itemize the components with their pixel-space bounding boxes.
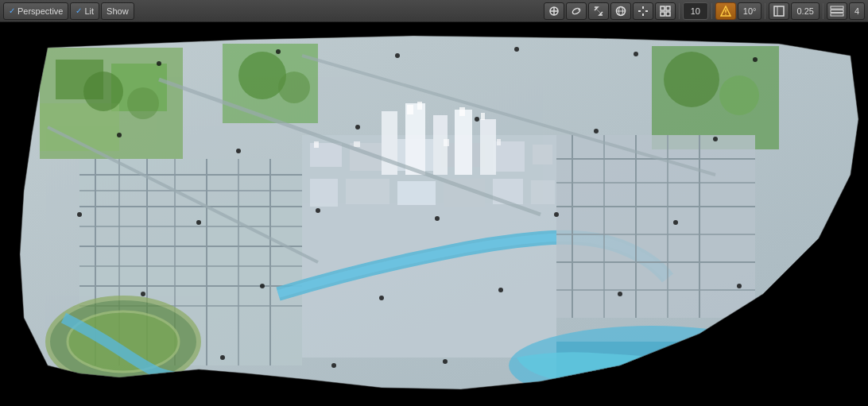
svg-rect-95: [314, 141, 319, 148]
svg-rect-125: [831, 10, 843, 12]
angle-field[interactable]: 10°: [738, 2, 762, 20]
last-value: 4: [854, 6, 859, 16]
svg-point-76: [77, 212, 82, 217]
last-value-field[interactable]: 4: [849, 2, 865, 20]
svg-rect-38: [346, 179, 389, 204]
orbit-tool-button[interactable]: [566, 2, 587, 20]
svg-point-106: [572, 6, 581, 14]
svg-rect-37: [310, 179, 338, 207]
warning-button[interactable]: [715, 2, 736, 20]
maximize-button[interactable]: [769, 2, 789, 20]
viewport: ✓ Perspective ✓ Lit Show: [0, 0, 868, 406]
svg-point-67: [514, 47, 519, 52]
maximize-icon: [773, 6, 785, 17]
pan-icon: [637, 6, 649, 17]
svg-point-86: [618, 292, 622, 296]
svg-point-81: [673, 220, 678, 225]
svg-rect-116: [666, 6, 670, 10]
svg-point-12: [664, 52, 719, 107]
toolbar-separator-3: [765, 3, 765, 19]
num-field-input[interactable]: [683, 2, 708, 20]
svg-point-68: [634, 52, 638, 56]
svg-point-78: [316, 208, 320, 213]
svg-point-80: [554, 212, 559, 217]
svg-point-74: [594, 129, 599, 133]
globe-tool-button[interactable]: [610, 2, 631, 20]
toolbar-separator-1: [679, 3, 680, 19]
svg-point-79: [435, 216, 440, 221]
opacity-field[interactable]: 0.25: [791, 2, 819, 20]
grid-icon: [660, 6, 671, 17]
lit-label: Lit: [84, 6, 94, 16]
svg-rect-98: [497, 139, 501, 145]
svg-rect-96: [354, 141, 360, 147]
svg-point-84: [379, 296, 384, 300]
svg-rect-117: [661, 12, 665, 16]
svg-point-72: [355, 125, 360, 130]
svg-point-82: [141, 292, 145, 296]
svg-point-71: [236, 149, 241, 153]
lit-button[interactable]: ✓ Lit: [70, 2, 99, 20]
svg-point-89: [331, 363, 336, 368]
show-label: Show: [107, 6, 129, 16]
perspective-check-icon: ✓: [9, 6, 15, 15]
svg-rect-43: [382, 111, 397, 175]
svg-rect-39: [397, 181, 436, 205]
orbit-icon: [571, 6, 582, 17]
svg-point-73: [475, 117, 479, 122]
svg-point-70: [117, 133, 122, 137]
svg-point-85: [498, 288, 503, 292]
pan-tool-button[interactable]: [633, 2, 653, 20]
svg-rect-47: [480, 119, 496, 175]
svg-rect-97: [444, 139, 449, 146]
svg-point-7: [127, 87, 159, 119]
svg-point-75: [713, 137, 718, 141]
warning-icon: [720, 6, 731, 17]
grid-tool-button[interactable]: [655, 2, 676, 20]
zoom-tool-button[interactable]: [588, 2, 609, 20]
svg-point-10: [278, 72, 310, 103]
svg-rect-46: [455, 110, 472, 175]
svg-rect-91: [407, 105, 413, 114]
svg-point-66: [395, 53, 400, 58]
svg-rect-115: [661, 6, 665, 10]
svg-rect-49: [556, 342, 779, 405]
svg-point-88: [220, 355, 225, 360]
svg-rect-42: [531, 180, 555, 204]
svg-point-77: [196, 220, 201, 225]
move-tool-button[interactable]: [544, 2, 564, 20]
svg-point-63: [68, 311, 179, 372]
svg-point-6: [83, 72, 123, 111]
move-icon: [548, 6, 560, 17]
svg-point-69: [753, 57, 758, 62]
opacity-value: 0.25: [796, 6, 813, 16]
svg-rect-118: [666, 12, 670, 16]
svg-point-13: [719, 75, 759, 115]
perspective-button[interactable]: ✓ Perspective: [3, 2, 68, 20]
show-button[interactable]: Show: [101, 2, 134, 20]
toolbar-separator-4: [823, 3, 823, 19]
perspective-label: Perspective: [17, 6, 63, 16]
angle-value: 10°: [743, 6, 757, 16]
globe-icon: [615, 6, 626, 17]
svg-rect-126: [831, 14, 843, 16]
svg-line-107: [595, 7, 603, 15]
svg-rect-122: [774, 6, 784, 16]
toolbar-separator-2: [711, 3, 712, 19]
svg-point-83: [260, 284, 265, 288]
toolbar: ✓ Perspective ✓ Lit Show: [0, 0, 868, 22]
svg-point-90: [443, 359, 448, 364]
svg-point-121: [725, 14, 727, 15]
map-canvas: [0, 16, 868, 405]
zoom-icon: [593, 6, 604, 17]
layers-icon: [830, 6, 844, 17]
svg-point-64: [157, 61, 161, 66]
svg-rect-124: [831, 6, 843, 9]
svg-rect-35: [493, 141, 525, 172]
svg-rect-36: [533, 145, 552, 164]
svg-rect-94: [481, 113, 485, 120]
layers-button[interactable]: [827, 2, 847, 20]
svg-point-87: [737, 284, 742, 288]
lit-check-icon: ✓: [76, 6, 82, 15]
svg-rect-92: [417, 102, 422, 110]
